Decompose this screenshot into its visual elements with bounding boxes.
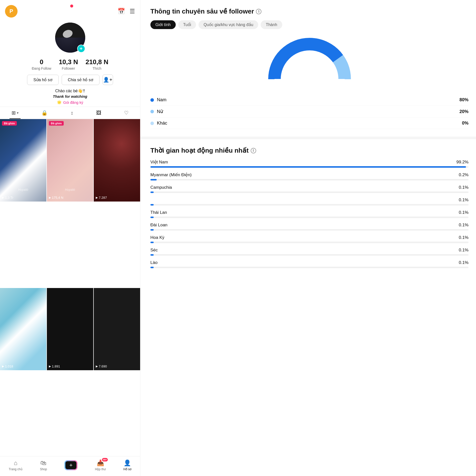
- avatar-wrapper: +: [55, 23, 85, 53]
- nav-shop-label: Shop: [40, 467, 47, 471]
- add-friend-icon: 👤+: [103, 77, 112, 83]
- country-name-6: Hoa Kỳ: [150, 235, 164, 240]
- follower-info-title: Thông tin chuyên sâu về follower ℹ: [150, 8, 468, 15]
- top-bar: P 📅 ☰: [0, 0, 140, 20]
- watermark-2: Huyalió: [65, 188, 75, 192]
- country-row-3: 0.1%: [150, 198, 468, 203]
- country-name-5: Đài Loan: [150, 223, 167, 228]
- action-buttons: Sửa hồ sơ Chia sẻ hồ sơ 👤+: [27, 74, 113, 85]
- bar-fill-3: [150, 204, 154, 206]
- filter-tab-country[interactable]: Quốc gia/khu vực hàng đầu: [199, 20, 258, 29]
- gender-legend: Nam 80% Nữ 20% Khác 0%: [150, 94, 468, 129]
- right-panel: Thông tin chuyên sâu về follower ℹ Giới …: [140, 0, 476, 476]
- left-panel: P 📅 ☰ + 0 Đang Follow 10,3 N: [0, 0, 140, 476]
- tab-lock[interactable]: 🔒: [39, 109, 50, 117]
- menu-icon-btn[interactable]: ☰: [130, 8, 135, 15]
- country-pct-4: 0.1%: [459, 210, 468, 215]
- play-icon-5: ▶: [49, 365, 51, 368]
- video-thumb-6[interactable]: ▶ 7.690: [94, 288, 140, 370]
- tab-repost[interactable]: ↕: [69, 109, 75, 117]
- donut-chart: [267, 37, 352, 87]
- stats-row: 0 Đang Follow 10,3 N Follower 210,8 N Th…: [32, 58, 109, 70]
- other-label: Khác: [157, 121, 167, 126]
- country-name-1: Myanmar (Miến Điện): [150, 172, 192, 177]
- country-pct-3: 0.1%: [459, 198, 468, 203]
- video-thumb-4[interactable]: ▶ 1.018: [0, 288, 46, 370]
- other-dot: [150, 122, 154, 125]
- male-label: Nam: [157, 97, 166, 103]
- filter-tabs: Giới tính Tuổi Quốc gia/khu vực hàng đầu…: [150, 20, 468, 29]
- subscription-link[interactable]: 🌟 Gói đăng ký: [53, 100, 87, 105]
- country-pct-5: 0.1%: [459, 223, 468, 228]
- legend-female: Nữ 20%: [150, 106, 468, 118]
- share-profile-btn[interactable]: Chia sẻ hồ sơ: [62, 75, 100, 85]
- nav-add[interactable]: +: [64, 460, 77, 470]
- bio-line2: Thank for watching: [53, 94, 87, 99]
- bar-track-1: [150, 179, 468, 180]
- video-thumb-1[interactable]: Đã ghim Huyalió ▶ 1,3 Tr: [0, 119, 46, 202]
- bar-track-6: [150, 242, 468, 243]
- add-content-btn[interactable]: +: [64, 460, 77, 470]
- bar-track-5: [150, 229, 468, 231]
- tab-grid[interactable]: ⊞ ▾: [10, 109, 21, 117]
- followers-label: Follower: [62, 66, 75, 70]
- country-row-2: Campuchia 0.1%: [150, 185, 468, 190]
- view-count-6: ▶ 7.690: [96, 364, 107, 368]
- video-thumb-3[interactable]: ▶ 7.287: [94, 119, 140, 202]
- view-count-5: ▶ 1.891: [49, 364, 60, 368]
- add-avatar-btn[interactable]: +: [77, 45, 85, 53]
- follower-info-icon[interactable]: ℹ: [256, 9, 261, 14]
- play-icon-2: ▶: [49, 196, 51, 199]
- country-item-8: Lào 0.1%: [150, 260, 468, 268]
- video-thumb-2[interactable]: Đã ghim Huyalió ▶ 175,4 N: [47, 119, 93, 202]
- female-pct: 20%: [459, 109, 468, 114]
- tab-gallery[interactable]: 🖼: [94, 109, 103, 117]
- edit-profile-btn[interactable]: Sửa hồ sơ: [27, 75, 58, 85]
- view-count-4: ▶ 1.018: [2, 364, 13, 368]
- liked-icon: ♡: [124, 110, 129, 116]
- filter-tab-partial[interactable]: Thành: [261, 20, 282, 29]
- bar-track-4: [150, 217, 468, 218]
- calendar-icon-btn[interactable]: 📅: [118, 8, 125, 15]
- view-count-2: ▶ 175,4 N: [49, 196, 63, 200]
- nav-profile-label: Hồ sơ: [123, 467, 131, 471]
- repost-icon: ↕: [71, 110, 73, 116]
- legend-other-left: Khác: [150, 121, 167, 126]
- bottom-nav: ⌂ Trang chủ 🛍 Shop + 📥 99+ Hộp thư 👤 Hồ …: [0, 456, 140, 476]
- filter-tab-age[interactable]: Tuổi: [178, 20, 196, 29]
- bar-fill-4: [150, 217, 154, 218]
- nav-home[interactable]: ⌂ Trang chủ: [9, 459, 23, 471]
- country-row-8: Lào 0.1%: [150, 260, 468, 265]
- country-item-5: Đài Loan 0.1%: [150, 223, 468, 231]
- nav-inbox[interactable]: 📥 99+ Hộp thư: [95, 459, 106, 471]
- country-item-1: Myanmar (Miến Điện) 0.2%: [150, 172, 468, 180]
- country-pct-2: 0.1%: [459, 185, 468, 190]
- nav-profile[interactable]: 👤 Hồ sơ: [123, 459, 131, 471]
- shop-icon: 🛍: [40, 459, 46, 466]
- follower-info-title-text: Thông tin chuyên sâu về follower: [150, 8, 254, 15]
- dropdown-icon: ▾: [17, 111, 19, 115]
- add-friend-btn[interactable]: 👤+: [103, 74, 113, 85]
- play-icon-1: ▶: [2, 196, 4, 199]
- bar-fill-2: [150, 192, 154, 193]
- nav-shop[interactable]: 🛍 Shop: [40, 459, 47, 471]
- play-icon-6: ▶: [96, 365, 98, 368]
- following-value: 0: [40, 58, 43, 66]
- country-item-4: Thái Lan 0.1%: [150, 210, 468, 218]
- notification-dot: [70, 5, 73, 8]
- bio-section: Chào các bé👋!! Thank for watching 🌟 Gói …: [53, 88, 87, 105]
- female-label: Nữ: [157, 109, 163, 114]
- video-thumb-5[interactable]: ▶ 1.891: [47, 288, 93, 370]
- bar-fill-6: [150, 242, 154, 243]
- filter-tab-gender[interactable]: Giới tính: [150, 20, 176, 29]
- country-item-6: Hoa Kỳ 0.1%: [150, 235, 468, 243]
- country-row-0: Việt Nam 99.2%: [150, 159, 468, 165]
- country-name-7: Séc: [150, 248, 158, 253]
- legend-male-left: Nam: [150, 97, 166, 103]
- tab-liked[interactable]: ♡: [122, 109, 131, 117]
- activity-info-icon[interactable]: ℹ: [251, 148, 256, 153]
- grid-icon: ⊞: [12, 110, 16, 116]
- video-grid: Đã ghim Huyalió ▶ 1,3 Tr Đã ghim Huyalió…: [0, 119, 140, 456]
- add-content-inner: +: [65, 461, 76, 469]
- subscription-label: Gói đăng ký: [63, 100, 83, 105]
